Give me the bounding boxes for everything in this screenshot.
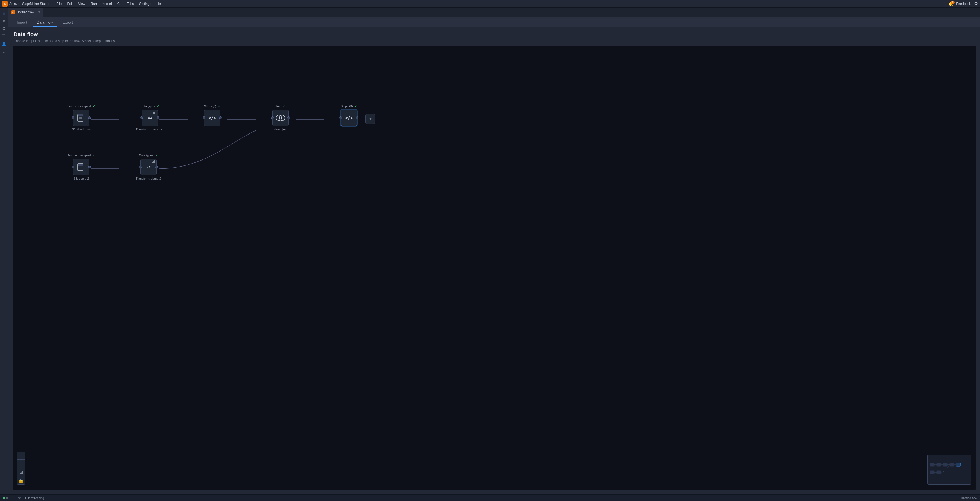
status-bar: 0 1 ⚙ Git: refreshing... untitled.flow	[0, 495, 980, 501]
menu-view[interactable]: View	[75, 2, 88, 6]
svg-text:u: u	[12, 11, 13, 14]
node-steps2[interactable]: Steps (2) ✓ </>	[204, 105, 221, 128]
node3-connector-left[interactable]	[203, 116, 205, 119]
flow-canvas: Source - sampled ✓	[13, 46, 975, 490]
node5-connector-left[interactable]	[339, 116, 342, 119]
svg-rect-26	[937, 471, 941, 474]
node2-check: ✓	[157, 105, 159, 108]
svg-point-13	[276, 115, 282, 121]
menu-settings[interactable]: Settings	[137, 2, 154, 6]
menu-kernel[interactable]: Kernel	[100, 2, 115, 6]
app-logo: S Amazon SageMaker Studio	[2, 1, 49, 6]
node4-box[interactable]	[272, 110, 289, 126]
node6-connector-left[interactable]	[72, 166, 75, 169]
node6-sublabel: S3: demo-2	[73, 177, 89, 180]
node-datatypes-demo2[interactable]: Data types ✓ #.#	[135, 154, 161, 180]
node3-box[interactable]: </>	[204, 110, 220, 126]
node2-sublabel: Transform: titanic.csv	[135, 128, 164, 131]
node5-connector-right[interactable]	[356, 116, 358, 119]
connections-svg	[13, 46, 95, 87]
menu-tabs[interactable]: Tabs	[124, 2, 137, 6]
node4-label: Join	[275, 105, 281, 108]
main-layout: ⊞ ◈ ⚙ ☰ 👤 ⊿ u untitled.flow × Import Dat…	[0, 8, 980, 495]
node3-connector-right[interactable]	[219, 116, 222, 119]
menu-file[interactable]: File	[54, 2, 64, 6]
svg-rect-9	[78, 114, 83, 116]
node6-label: Source - sampled	[67, 154, 91, 157]
sidebar-icon-search[interactable]: ⚙	[1, 25, 7, 32]
node-steps3[interactable]: Steps (3) ✓ </>	[341, 105, 357, 128]
node1-connector-right[interactable]	[88, 116, 91, 119]
zoom-out-button[interactable]: −	[17, 460, 25, 468]
page-content: Data flow Choose the plus sign to add a …	[8, 27, 980, 495]
node1-box[interactable]	[73, 110, 89, 126]
status-zero: 0	[6, 496, 8, 499]
node1-connector-left[interactable]	[72, 116, 75, 119]
tab-data-flow[interactable]: Data Flow	[33, 19, 57, 27]
status-git-label: Git: refreshing...	[25, 496, 46, 499]
node4-sublabel: demo-join	[274, 128, 287, 131]
tab-import[interactable]: Import	[13, 19, 32, 27]
svg-rect-20	[930, 463, 934, 466]
file-tab-close[interactable]: ×	[38, 10, 40, 14]
sidebar-icon-users[interactable]: 👤	[1, 40, 7, 47]
node2-connector-left[interactable]	[140, 116, 143, 119]
node5-label: Steps (3)	[341, 105, 353, 108]
node4-check: ✓	[283, 105, 285, 108]
menu-help[interactable]: Help	[154, 2, 166, 6]
tab-export[interactable]: Export	[58, 19, 77, 27]
node4-connector-left[interactable]	[271, 116, 274, 119]
node2-connector-right[interactable]	[157, 116, 159, 119]
settings-gear-icon[interactable]: ⚙	[974, 1, 978, 6]
sidebar-icon-graph[interactable]: ⊿	[1, 48, 7, 55]
svg-rect-25	[930, 471, 934, 474]
node-source-titanic[interactable]: Source - sampled ✓	[67, 105, 95, 131]
zoom-lock-button[interactable]: 🔒	[17, 477, 25, 484]
top-menubar: S Amazon SageMaker Studio File Edit View…	[0, 0, 980, 8]
svg-text:S: S	[4, 3, 6, 5]
file-tab-untitled[interactable]: u untitled.flow ×	[8, 8, 43, 17]
node7-box[interactable]: #.#	[140, 159, 157, 175]
status-item-settings[interactable]: ⚙	[18, 496, 21, 499]
node-datatypes-titanic[interactable]: Data types ✓ #.#	[135, 105, 164, 131]
svg-rect-16	[78, 164, 83, 166]
notification-bell[interactable]: 🔔 3	[948, 2, 953, 6]
node7-connector-left[interactable]	[139, 166, 142, 169]
node5-box[interactable]: </>	[341, 110, 357, 126]
node4-connector-right[interactable]	[287, 116, 290, 119]
node3-label: Steps (2)	[204, 105, 216, 108]
node2-box[interactable]: #.#	[142, 110, 158, 126]
page-subtitle: Choose the plus sign to add a step to th…	[14, 39, 975, 43]
feedback-button[interactable]: Feedback	[956, 2, 971, 6]
node6-check: ✓	[93, 154, 95, 157]
zoom-fit-button[interactable]: ⊡	[17, 468, 25, 476]
add-node-button[interactable]: +	[365, 114, 375, 124]
node1-label: Source - sampled	[67, 105, 91, 108]
node7-icon: #.#	[146, 165, 150, 169]
menu-git[interactable]: Git	[115, 2, 124, 6]
node6-box[interactable]	[73, 159, 89, 175]
zoom-controls: + − ⊡ 🔒	[17, 452, 25, 485]
app-logo-icon: S	[2, 1, 8, 6]
file-tab-icon: u	[11, 10, 15, 14]
menu-run[interactable]: Run	[88, 2, 100, 6]
zoom-in-button[interactable]: +	[17, 452, 25, 460]
node7-check: ✓	[155, 154, 158, 157]
node-source-demo2[interactable]: Source - sampled ✓	[67, 154, 95, 180]
node7-connector-right[interactable]	[155, 166, 158, 169]
node-join[interactable]: Join ✓ demo-join	[272, 105, 289, 131]
sidebar-icon-git[interactable]: ◈	[1, 17, 7, 24]
svg-rect-22	[943, 463, 947, 466]
status-item-one: 1	[12, 496, 14, 499]
minimap[interactable]	[928, 455, 971, 485]
node6-connector-right[interactable]	[88, 166, 91, 169]
menu-edit[interactable]: Edit	[64, 2, 75, 6]
notification-badge: 3	[951, 0, 955, 4]
file-tab-label: untitled.flow	[17, 10, 34, 14]
sidebar-icon-files[interactable]: ☰	[1, 33, 7, 40]
canvas-container[interactable]: Source - sampled ✓	[13, 46, 975, 490]
status-gear-icon: ⚙	[18, 496, 21, 499]
status-one: 1	[12, 496, 14, 499]
sidebar-icon-home[interactable]: ⊞	[1, 10, 7, 16]
page-title: Data flow	[14, 31, 975, 37]
